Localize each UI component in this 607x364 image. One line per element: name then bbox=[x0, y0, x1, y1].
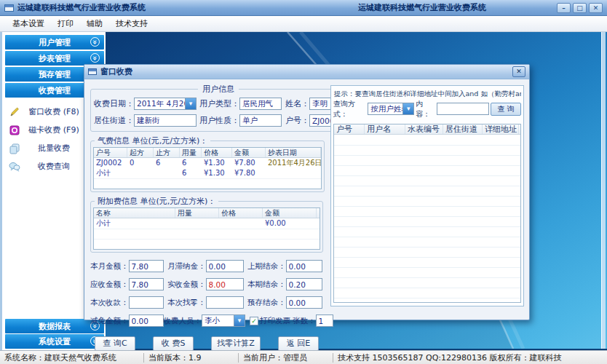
sidebar-group-system-settings[interactable]: 系统设置 bbox=[5, 334, 104, 349]
window-charge-dialog: 窗口收费 ✕ 用户信息 收费日期： 2011年 4月26日 用户类型： bbox=[84, 64, 530, 320]
empty-row bbox=[94, 229, 320, 239]
deposit-balance-label: 预存结余： bbox=[247, 298, 286, 308]
sidebar-group-user-mgmt[interactable]: 用户管理 bbox=[5, 35, 104, 50]
dialog-buttons: 查 询C 收 费S 找零计算Z 返 回E bbox=[90, 336, 323, 351]
extra-fee-legend: 附加费信息 单位(元,元/立方米)： bbox=[95, 196, 218, 207]
deposit-balance-field[interactable] bbox=[286, 296, 322, 309]
search-results-table[interactable]: 户号 用户名 水表编号 居住街道 详细地址 bbox=[333, 124, 521, 303]
change-field[interactable] bbox=[206, 296, 244, 309]
due-amount-field[interactable] bbox=[129, 278, 164, 290]
col-header: 金额 bbox=[232, 148, 266, 157]
menu-basic-settings[interactable]: 基本设置 bbox=[6, 17, 51, 31]
cell: 2011年4月26日 bbox=[266, 158, 321, 168]
sidebar-group-label: 抄表管理 bbox=[39, 53, 71, 64]
charge-date-value: 2011年 4月26日 bbox=[137, 99, 185, 109]
search-input[interactable] bbox=[437, 103, 489, 115]
search-button[interactable]: 查 询 bbox=[491, 103, 521, 116]
col-header: 用量 bbox=[175, 208, 219, 218]
menu-tech-support[interactable]: 技术支持 bbox=[109, 17, 154, 31]
sidebar-group-meter-mgmt[interactable]: 抄表管理 bbox=[5, 51, 104, 66]
gas-table-row[interactable]: ZJ0002 0 6 6 ¥1.30 ¥7.80 2011年4月26日 bbox=[94, 158, 321, 168]
query-mode-value: 按用户姓名 bbox=[370, 104, 402, 114]
cell bbox=[266, 168, 321, 178]
dialog-close-button[interactable]: ✕ bbox=[512, 66, 525, 77]
maximize-button[interactable]: □ bbox=[573, 3, 587, 13]
menu-print[interactable]: 打印 bbox=[51, 17, 80, 31]
col-header: 价格 bbox=[202, 148, 232, 157]
card-icon bbox=[9, 124, 20, 136]
late-fee-field[interactable] bbox=[206, 260, 244, 272]
charge-button[interactable]: 收 费S bbox=[153, 336, 194, 351]
street-field[interactable] bbox=[134, 114, 197, 127]
close-button[interactable]: ✕ bbox=[589, 3, 603, 13]
status-version: 当前版本：1.9 bbox=[143, 353, 238, 363]
user-search-panel: 提示：要查询居住街道和详细地址中间加入and 如（勤劳村and三社） 查询方式：… bbox=[330, 85, 524, 306]
charge-form: 用户信息 收费日期： 2011年 4月26日 用户类型： 姓名： 居住街道： bbox=[90, 84, 323, 351]
dialog-icon bbox=[88, 68, 97, 75]
month-amount-label: 本月金额： bbox=[90, 261, 129, 272]
user-info-legend: 用户信息 bbox=[198, 84, 239, 95]
cell bbox=[154, 168, 180, 178]
received-field[interactable] bbox=[129, 296, 164, 309]
chevron-down-icon[interactable] bbox=[185, 98, 196, 109]
prev-balance-label: 上期结余： bbox=[247, 261, 286, 272]
chevron-down-icon[interactable] bbox=[90, 53, 100, 63]
empty-row bbox=[94, 178, 321, 189]
return-button[interactable]: 返 回E bbox=[278, 336, 319, 351]
cell: ZJ0002 bbox=[94, 158, 127, 168]
paid-amount-field[interactable] bbox=[206, 278, 244, 290]
cur-balance-field[interactable] bbox=[286, 278, 322, 290]
col-header: 居住街道 bbox=[443, 124, 483, 134]
extra-table-subtotal-row[interactable]: 小计 ¥0.00 bbox=[94, 218, 320, 229]
menu-auxiliary[interactable]: 辅助 bbox=[80, 17, 109, 31]
query-button[interactable]: 查 询C bbox=[95, 336, 135, 351]
minimize-button[interactable]: – bbox=[557, 3, 571, 13]
chevron-down-icon[interactable] bbox=[234, 315, 245, 326]
dialog-title: 窗口收费 bbox=[100, 66, 132, 77]
search-row: 查询方式： 按用户姓名 内容： 查 询 bbox=[333, 101, 521, 116]
extra-table-header: 名称 用量 价格 金额 bbox=[94, 208, 320, 218]
street-label: 居住街道： bbox=[94, 115, 134, 126]
status-current-user: 当前用户：管理员 bbox=[238, 353, 333, 363]
gas-table-subtotal-row[interactable]: 小计 6 ¥1.30 ¥7.80 bbox=[94, 168, 321, 178]
user-type-field[interactable] bbox=[239, 98, 282, 110]
discount-field[interactable] bbox=[129, 314, 164, 327]
copies-label: 张数： bbox=[293, 316, 316, 326]
operator-select[interactable]: 李小 bbox=[202, 314, 245, 327]
pen-icon bbox=[9, 106, 20, 118]
charge-date-select[interactable]: 2011年 4月26日 bbox=[134, 98, 197, 110]
dialog-body: 用户信息 收费日期： 2011年 4月26日 用户类型： 姓名： 居住街道： bbox=[84, 79, 529, 320]
nature-field[interactable] bbox=[239, 114, 282, 127]
chevron-down-icon[interactable] bbox=[90, 37, 100, 47]
app-window: 运城建联科技燃气行业营业收费系统 运城建联科技燃气行业营业收费系统 – □ ✕ … bbox=[0, 0, 607, 364]
sidebar-group-reports[interactable]: 数据报表 bbox=[5, 319, 104, 333]
cell: ¥1.30 bbox=[202, 168, 232, 178]
col-header: 起方 bbox=[127, 148, 154, 157]
dialog-titlebar[interactable]: 窗口收费 ✕ bbox=[84, 65, 529, 79]
app-icon bbox=[4, 4, 14, 12]
sidebar-group-label: 数据报表 bbox=[39, 321, 71, 332]
change-calc-button[interactable]: 找零计算Z bbox=[211, 336, 261, 351]
sidebar-group-label: 收费管理 bbox=[39, 85, 71, 96]
extra-fee-table[interactable]: 名称 用量 价格 金额 小计 ¥0.00 bbox=[93, 207, 320, 250]
query-mode-select[interactable]: 按用户姓名 bbox=[368, 103, 414, 115]
prev-balance-field[interactable] bbox=[286, 260, 322, 272]
discount-label: 减免金额： bbox=[90, 316, 129, 326]
gas-fee-table[interactable]: 户号 起方 止方 用量 价格 金额 抄表日期 ZJ0002 0 6 bbox=[93, 147, 322, 189]
gas-table-header: 户号 起方 止方 用量 价格 金额 抄表日期 bbox=[94, 148, 321, 158]
name-label: 姓名： bbox=[285, 98, 309, 109]
col-header: 用户名 bbox=[365, 124, 405, 134]
cell: ¥7.80 bbox=[232, 168, 266, 178]
month-amount-field[interactable] bbox=[129, 260, 164, 272]
print-invoice-checkbox[interactable]: ✓ bbox=[250, 317, 258, 325]
chevron-down-icon[interactable] bbox=[402, 103, 413, 114]
account-label: 户号： bbox=[285, 115, 309, 126]
pages-icon bbox=[9, 143, 20, 154]
status-system-name: 系统名称：建联天然气收费系统 bbox=[0, 353, 143, 363]
copies-field[interactable] bbox=[316, 314, 333, 327]
user-info-group: 用户信息 收费日期： 2011年 4月26日 用户类型： 姓名： 居住街道： bbox=[90, 84, 346, 132]
received-label: 本次收款： bbox=[90, 298, 129, 308]
gas-fee-group: 气费信息 单位(元,元/立方米)： 户号 起方 止方 用量 价格 金额 抄表日期 bbox=[90, 135, 325, 192]
operator-value: 李小 bbox=[205, 316, 234, 326]
col-header: 户号 bbox=[334, 124, 365, 134]
